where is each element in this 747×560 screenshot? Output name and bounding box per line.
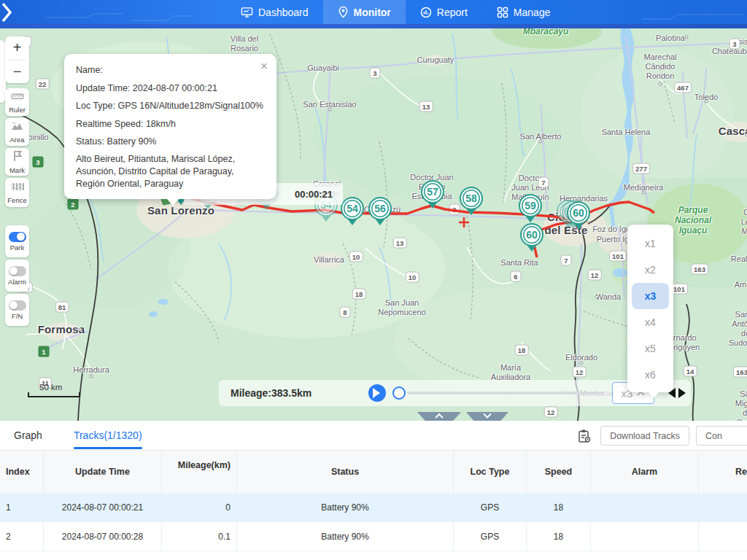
table-cell: 18 <box>527 493 591 522</box>
table-cell <box>591 522 699 551</box>
table-cell: 2024-08-07 00:00:28 <box>44 522 162 551</box>
tool-mark[interactable]: Mark <box>5 148 29 176</box>
playback-slider-track[interactable] <box>407 392 605 394</box>
panel-tab-graph[interactable]: Graph <box>14 421 42 451</box>
speed-option-x6[interactable]: x6 <box>632 362 669 388</box>
column-header-loctype[interactable]: Loc Type <box>454 451 527 493</box>
playback-slider-handle[interactable] <box>392 386 406 400</box>
nav-tab-label: Report <box>437 7 468 18</box>
table-cell <box>699 522 747 551</box>
column-header-reiss[interactable]: Reiss <box>699 451 747 493</box>
nav-tab-monitor[interactable]: Monitor <box>323 0 406 24</box>
track-marker-59[interactable]: 59 <box>519 194 542 217</box>
table-cell: Battery 90% <box>237 493 454 522</box>
map-canvas[interactable]: Villa del RosarioGuayaibiCuruguatySan Es… <box>0 28 747 421</box>
park-toggle[interactable] <box>9 232 26 242</box>
tool-label: Park <box>10 244 25 252</box>
tool-fn[interactable]: F/N <box>5 294 29 326</box>
track-list-settings-icon[interactable] <box>577 429 592 443</box>
nav-tab-dashboard[interactable]: Dashboard <box>226 0 323 24</box>
tool-area[interactable]: Area <box>5 118 29 146</box>
panel-tab-tracks[interactable]: Tracks(1/1320) <box>74 421 142 451</box>
tool-label: Fence <box>7 196 26 204</box>
track-info-popup: × Name: Update Time: 2024-08-07 00:00:21… <box>64 54 276 199</box>
back-chevron-icon[interactable] <box>1 2 13 23</box>
table-row[interactable]: 22024-08-07 00:00:280.1Battery 90%GPS18 <box>0 522 747 551</box>
play-icon <box>373 388 385 398</box>
circuit-decoration <box>642 12 744 22</box>
table-body: 12024-08-07 00:00:210Battery 90%GPS18220… <box>0 493 747 551</box>
tracks-table: IndexUpdate TimeMileage(km)StatusLoc Typ… <box>0 451 747 551</box>
area-icon <box>11 121 23 134</box>
track-marker-57[interactable]: 57 <box>421 180 444 203</box>
download-tracks-button[interactable]: Download Tracks <box>600 426 689 446</box>
track-marker-60[interactable]: 60 <box>567 201 590 225</box>
step-forward-button[interactable] <box>678 388 691 398</box>
speed-option-x2[interactable]: x2 <box>632 257 669 283</box>
fence-icon <box>11 181 24 195</box>
nav-tab-report[interactable]: Report <box>406 0 482 24</box>
toggle-knob <box>9 267 18 275</box>
tool-park[interactable]: Park <box>5 225 29 257</box>
column-header-mileagekm[interactable]: Mileage(km) <box>162 451 237 493</box>
popup-close-icon[interactable]: × <box>260 61 268 71</box>
column-header-status[interactable]: Status <box>237 451 454 493</box>
table-cell: 0 <box>162 493 237 522</box>
table-cell: GPS <box>454 522 527 551</box>
column-header-index[interactable]: Index <box>0 451 44 493</box>
nav-tabs: DashboardMonitorReportManage <box>226 0 565 24</box>
top-nav: DashboardMonitorReportManage <box>0 0 747 24</box>
chevron-up-icon <box>435 413 443 421</box>
track-marker-56[interactable]: 56 <box>368 197 392 220</box>
track-marker-54[interactable]: 54 <box>341 197 364 220</box>
alarm-toggle[interactable] <box>9 266 26 276</box>
speed-option-x4[interactable]: x4 <box>632 309 669 335</box>
table-cell: 2 <box>0 522 44 551</box>
manage-icon <box>497 7 508 18</box>
popup-update-time: Update Time: 2024-08-07 00:00:21 <box>76 79 265 98</box>
tool-ruler[interactable]: Ruler <box>5 88 29 116</box>
table-cell <box>699 493 747 522</box>
tool-alarm[interactable]: Alarm <box>5 260 29 292</box>
popup-address: Alto Beireut, Pitiantuta, Mariscal López… <box>76 153 265 190</box>
table-row[interactable]: 12024-08-07 00:00:210Battery 90%GPS18 <box>0 493 747 522</box>
track-marker-58[interactable]: 58 <box>460 187 483 210</box>
panel-tabs: GraphTracks(1/1320) Download Tracks Con <box>0 421 747 451</box>
nav-tab-manage[interactable]: Manage <box>482 0 565 24</box>
app: DashboardMonitorReportManage <box>0 0 747 560</box>
scale-label: 50 km <box>39 383 80 392</box>
nav-tab-label: Dashboard <box>258 7 309 18</box>
column-header-alarm[interactable]: Alarm <box>591 451 699 493</box>
track-marker-60[interactable]: 60 <box>520 223 543 246</box>
tool-label: Ruler <box>9 106 26 114</box>
playback-speed-menu: x1x2x3x4x5x6 <box>627 225 673 392</box>
table-cell: 18 <box>527 522 591 551</box>
popup-status: Status: Battery 90% <box>76 133 265 151</box>
report-icon <box>420 7 432 18</box>
zoom-out-button[interactable]: − <box>5 60 29 83</box>
popup-realtime-speed: Realtime Speed: 18km/h <box>76 115 265 133</box>
monitor-icon <box>338 6 349 18</box>
speed-option-x3[interactable]: x3 <box>632 283 669 309</box>
table-cell: 1 <box>0 493 44 522</box>
playback-bar: Mileage:383.5km x3 <box>219 380 691 406</box>
column-header-updatetime[interactable]: Update Time <box>44 451 162 493</box>
column-header-speed[interactable]: Speed <box>527 451 591 493</box>
nav-tab-label: Monitor <box>354 7 391 18</box>
speed-option-x5[interactable]: x5 <box>632 335 669 362</box>
tool-label: Area <box>9 136 24 144</box>
zoom-in-button[interactable]: + <box>5 36 29 60</box>
toggle-knob <box>17 233 25 241</box>
zoom-control: + − <box>5 36 29 83</box>
config-button-partial[interactable]: Con <box>696 426 747 446</box>
tool-label: Alarm <box>8 278 26 286</box>
bottom-panel: GraphTracks(1/1320) Download Tracks Con … <box>0 421 747 560</box>
speed-option-x1[interactable]: x1 <box>632 230 669 257</box>
table-cell <box>591 493 699 522</box>
play-button[interactable] <box>368 384 386 402</box>
map-scale: 50 km <box>28 383 80 397</box>
tool-fence[interactable]: Fence <box>5 178 29 207</box>
toggle-knob <box>9 301 18 309</box>
table-cell: Battery 90% <box>237 522 454 551</box>
fn-toggle[interactable] <box>9 300 26 311</box>
